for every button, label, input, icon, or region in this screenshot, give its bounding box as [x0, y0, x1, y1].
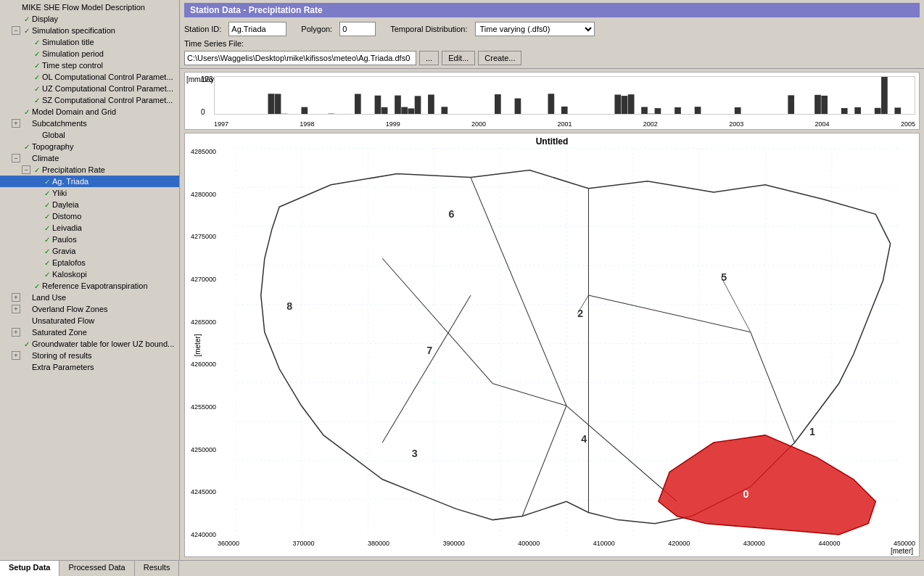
map-y-tick: 4260000	[191, 361, 216, 368]
sidebar-item-yliki[interactable]: ✓Yliki	[0, 187, 179, 199]
sidebar-item-sim-title[interactable]: ✓Simulation title	[0, 36, 179, 48]
sidebar-item-storing[interactable]: +Storing of results	[0, 350, 179, 361]
check-icon-sim-spec: ✓	[22, 25, 32, 36]
chart-bar	[395, 96, 401, 114]
sidebar-label-overland-flow: Overland Flow Zones	[32, 305, 108, 313]
chart-bar	[821, 96, 828, 114]
chart-bar	[655, 108, 661, 114]
check-icon-paulos: ✓	[42, 234, 52, 244]
station-panel: Station Data - Precipitation Rate Statio…	[180, 0, 924, 69]
sidebar-label-ol-comp: OL Computational Control Paramet...	[42, 73, 173, 81]
sidebar-item-ol-comp[interactable]: ✓OL Computational Control Paramet...	[0, 71, 179, 83]
create-button[interactable]: Create...	[478, 51, 521, 65]
check-icon-root	[12, 2, 22, 12]
map-container: Untitled 4285000428000042750004270000426…	[184, 133, 920, 557]
check-icon-eptalofos: ✓	[42, 258, 52, 268]
expand-icon-climate[interactable]: −	[12, 154, 20, 162]
check-icon-sz-comp: ✓	[32, 95, 42, 105]
sidebar-item-global[interactable]: Global	[0, 129, 179, 141]
check-icon-uz-comp: ✓	[32, 83, 42, 94]
chart-bar	[301, 107, 308, 114]
sidebar-label-unsat-flow: Unsaturated Flow	[32, 316, 94, 325]
expand-icon-precip-rate[interactable]: −	[22, 165, 30, 174]
sidebar-item-land-use[interactable]: +Land Use	[0, 292, 179, 303]
edit-button[interactable]: Edit...	[442, 51, 475, 65]
map-x-tick: 450000	[894, 540, 915, 547]
expand-icon-overland-flow[interactable]: +	[12, 305, 20, 313]
bottom-tab-results[interactable]: Results	[135, 561, 180, 576]
expand-icon-land-use[interactable]: +	[12, 293, 20, 302]
sidebar-item-eptalofos[interactable]: ✓Eptalofos	[0, 257, 179, 268]
sidebar-label-distomo: Distomo	[52, 212, 81, 221]
check-icon-subcatch	[22, 118, 32, 128]
sidebar-item-sim-spec[interactable]: −✓Simulation specification	[0, 25, 179, 36]
chart-x-label: 2004	[815, 120, 830, 128]
expand-icon-storing[interactable]: +	[12, 351, 20, 360]
timeseries-file-input[interactable]	[184, 51, 416, 65]
zone-label-3: 3	[412, 448, 418, 459]
sidebar-item-kaloskopi[interactable]: ✓Kaloskopi	[0, 268, 179, 280]
sidebar-item-unsat-flow[interactable]: Unsaturated Flow	[0, 315, 179, 326]
sidebar-item-extra-params[interactable]: Extra Parameters	[0, 361, 179, 373]
chart-bar	[415, 96, 421, 114]
sidebar-item-time-step[interactable]: ✓Time step control	[0, 59, 179, 71]
map-x-tick: 370000	[293, 540, 315, 547]
sidebar-label-gw-table: Groundwater table for lower UZ bound...	[32, 340, 174, 348]
chart-bar	[735, 107, 741, 114]
bottom-tab-processed-data[interactable]: Processed Data	[59, 561, 134, 576]
sidebar-label-sim-spec: Simulation specification	[32, 26, 115, 35]
browse-button[interactable]: ...	[419, 51, 439, 65]
sidebar-item-uz-comp[interactable]: ✓UZ Computational Control Paramet...	[0, 83, 179, 94]
expand-icon-sat-zone[interactable]: +	[12, 328, 20, 337]
sidebar-item-climate[interactable]: −Climate	[0, 152, 179, 164]
sidebar-item-distomo[interactable]: ✓Distomo	[0, 210, 179, 222]
chart-x-labels: 199719981999200020012002200320042005	[214, 120, 915, 128]
sidebar-item-gw-table[interactable]: ✓Groundwater table for lower UZ bound...	[0, 338, 179, 350]
zone-label-5: 5	[721, 271, 727, 283]
sidebar-item-display[interactable]: ✓Display	[0, 13, 179, 25]
chart-x-label: 2003	[729, 120, 743, 128]
sidebar-item-sz-comp[interactable]: ✓SZ Computational Control Paramet...	[0, 94, 179, 106]
sidebar-item-leivadia[interactable]: ✓Leivadia	[0, 222, 179, 234]
chart-bar	[275, 94, 281, 114]
sidebar-item-dayleia[interactable]: ✓Dayleia	[0, 199, 179, 210]
chart-bar	[641, 107, 648, 114]
sidebar-item-gravia[interactable]: ✓Gravia	[0, 245, 179, 257]
timeseries-label: Time Series File:	[184, 39, 244, 48]
sidebar-item-sim-period[interactable]: ✓Simulation period	[0, 48, 179, 59]
sidebar-item-ref-evap[interactable]: ✓Reference Evapotranspiration	[0, 280, 179, 292]
sidebar-label-global: Global	[42, 131, 65, 139]
station-id-input[interactable]	[228, 22, 286, 36]
sidebar-label-sim-period: Simulation period	[42, 49, 104, 58]
bottom-tab-setup-data[interactable]: Setup Data	[0, 561, 59, 576]
zone-label-4: 4	[581, 433, 587, 445]
sidebar-item-ag-triada[interactable]: ✓Ag. Triada	[0, 176, 179, 187]
chart-bar	[788, 95, 794, 114]
sidebar-item-sat-zone[interactable]: +Saturated Zone	[0, 326, 179, 338]
chart-area: [mm/day] 173 0 .bar { fill: #333; }	[184, 72, 920, 130]
sidebar-label-subcatch: Subcatchments	[32, 119, 87, 128]
temporal-dist-select[interactable]: Time varying (.dfs0)	[475, 22, 595, 36]
sidebar-item-root[interactable]: MIKE SHE Flow Model Description	[0, 1, 179, 13]
polygon-label: Polygon:	[301, 25, 332, 33]
map-x-tick: 420000	[668, 540, 690, 547]
sidebar-label-ref-evap: Reference Evapotranspiration	[42, 281, 148, 290]
expand-icon-subcatch[interactable]: +	[12, 119, 20, 128]
chart-bar	[375, 96, 381, 114]
expand-icon-sim-spec[interactable]: −	[12, 26, 20, 35]
check-icon-extra-params	[22, 362, 32, 372]
map-x-tick: 410000	[593, 540, 615, 547]
chart-bar	[495, 94, 501, 114]
sidebar-item-overland-flow[interactable]: +Overland Flow Zones	[0, 303, 179, 315]
check-icon-gravia: ✓	[42, 246, 52, 256]
sidebar-item-subcatch[interactable]: +Subcatchments	[0, 118, 179, 129]
sidebar-item-model-domain[interactable]: ✓Model Domain and Grid	[0, 106, 179, 118]
check-icon-ol-comp: ✓	[32, 72, 42, 82]
polygon-input[interactable]	[339, 22, 376, 36]
chart-y-max: 173	[201, 75, 213, 83]
sidebar-item-topography[interactable]: ✓Topography	[0, 141, 179, 152]
sidebar-label-land-use: Land Use	[32, 293, 66, 302]
sidebar-item-paulos[interactable]: ✓Paulos	[0, 234, 179, 245]
check-icon-precip-rate: ✓	[32, 165, 42, 175]
sidebar-item-precip-rate[interactable]: −✓Precipitation Rate	[0, 164, 179, 176]
